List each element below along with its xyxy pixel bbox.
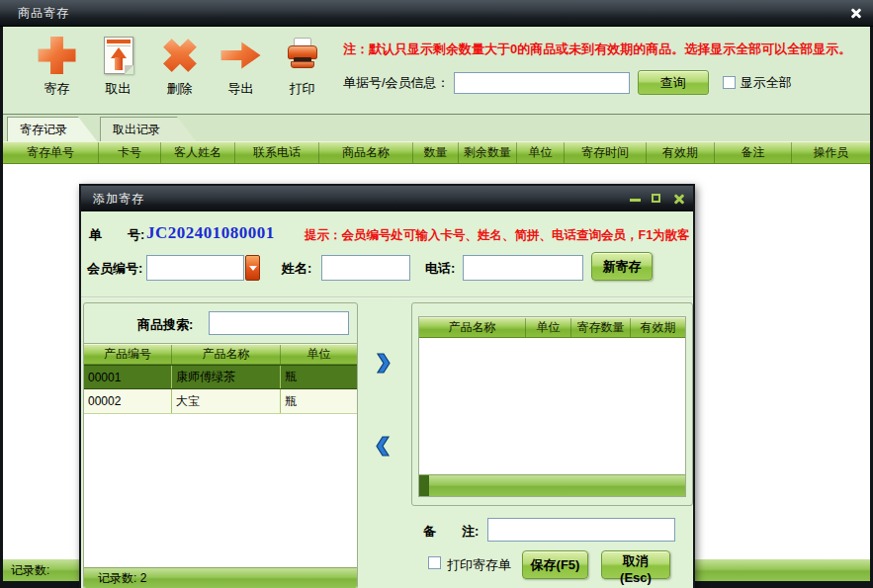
deposit-button[interactable]: 寄存 (29, 35, 85, 106)
member-no-label: 会员编号: (87, 260, 142, 278)
add-deposit-dialog: 添加寄存 单 号: JC202401080001 提示：会员编号处可输入卡号、姓… (79, 184, 695, 588)
col-product-name[interactable]: 产品名称 (172, 345, 281, 364)
export-arrow-icon (221, 40, 261, 71)
window-title: 商品寄存 (18, 5, 69, 22)
col-product-name[interactable]: 产品名称 (419, 318, 526, 337)
show-all-checkbox[interactable] (723, 76, 736, 89)
col-deposit-no[interactable]: 寄存单号 (3, 142, 99, 163)
dialog-body: 单 号: JC202401080001 提示：会员编号处可输入卡号、姓名、简拼、… (81, 211, 693, 588)
toolbar-button-label: 取出 (106, 80, 131, 98)
print-deposit-label: 打印寄存单 (447, 556, 511, 574)
print-deposit-checkbox[interactable] (428, 556, 441, 569)
product-list-panel: 商品搜索: 产品编号 产品名称 单位 00001 康师傅绿茶 瓶 (83, 302, 358, 588)
name-label: 姓名: (282, 260, 311, 278)
member-dropdown-button[interactable] (245, 255, 260, 281)
selected-products-table: 产品名称 单位 寄存数量 有效期 (418, 316, 686, 497)
display-note: 注：默认只显示剩余数量大于0的商品或未到有效期的商品。选择显示全部可以全部显示。 (343, 41, 851, 58)
dialog-title: 添加寄存 (93, 191, 144, 208)
move-left-button[interactable] (375, 435, 392, 461)
query-button[interactable]: 查询 (638, 70, 709, 95)
delete-x-icon (154, 31, 205, 81)
divider (81, 296, 693, 298)
col-unit[interactable]: 单位 (281, 345, 357, 364)
col-deposit-qty[interactable]: 寄存数量 (571, 318, 631, 337)
product-search-input[interactable] (209, 311, 349, 335)
toolbar: 寄存 取出 删除 导出 (3, 27, 870, 114)
close-icon[interactable] (848, 6, 863, 21)
chevron-right-icon (375, 352, 392, 375)
search-input[interactable] (454, 72, 630, 94)
phone-input[interactable] (463, 255, 583, 281)
order-no-value: JC202401080001 (146, 223, 275, 243)
col-deposit-time[interactable]: 寄存时间 (565, 142, 647, 163)
col-remark[interactable]: 备注 (715, 142, 792, 163)
deposit-plus-icon (39, 37, 76, 74)
col-unit[interactable]: 单位 (517, 142, 565, 163)
chevron-down-icon (249, 266, 257, 271)
toolbar-button-label: 删除 (167, 80, 193, 98)
takeout-doc-icon (104, 37, 133, 74)
col-product-code[interactable]: 产品编号 (84, 345, 172, 364)
delete-button[interactable]: 删除 (151, 35, 208, 106)
product-table: 产品编号 产品名称 单位 00001 康师傅绿茶 瓶 00002 大宝 瓶 (84, 343, 357, 588)
col-expiry[interactable]: 有效期 (631, 318, 685, 337)
selected-products-panel: 产品名称 单位 寄存数量 有效期 (411, 302, 693, 506)
tab-label: 寄存记录 (20, 122, 67, 138)
tabstrip: 寄存记录 取出记录 (3, 114, 870, 141)
show-all-label: 显示全部 (741, 74, 792, 92)
print-icon (283, 37, 322, 74)
col-unit[interactable]: 单位 (526, 318, 571, 337)
save-button[interactable]: 保存(F5) (522, 550, 588, 579)
member-tip: 提示：会员编号处可输入卡号、姓名、简拼、电话查询会员，F1为散客 (305, 227, 690, 244)
toolbar-button-label: 打印 (290, 80, 315, 98)
tab-label: 取出记录 (113, 122, 160, 138)
chevron-left-icon (375, 435, 392, 458)
dialog-close-icon[interactable] (672, 193, 685, 206)
cancel-button[interactable]: 取消(Esc) (601, 550, 670, 579)
main-table-header: 寄存单号 卡号 客人姓名 联系电话 商品名称 数量 剩余数量 单位 寄存时间 有… (3, 141, 870, 164)
takeout-button[interactable]: 取出 (90, 35, 146, 106)
record-count-label: 记录数: (11, 562, 49, 579)
col-product-name[interactable]: 商品名称 (319, 142, 413, 163)
col-remaining-qty[interactable]: 剩余数量 (459, 142, 517, 163)
order-no-label: 单 号: (89, 226, 144, 244)
toolbar-button-label: 导出 (228, 80, 254, 98)
col-guest-name[interactable]: 客人姓名 (161, 142, 235, 163)
product-table-empty-area (84, 414, 357, 567)
search-row: 单据号/会员信息： 查询 显示全部 (343, 70, 792, 95)
toolbar-button-label: 寄存 (44, 80, 70, 98)
tab-takeout-records[interactable]: 取出记录 (100, 117, 197, 142)
remark-label: 备 注: (423, 523, 479, 541)
minimize-icon[interactable] (629, 193, 642, 206)
dialog-titlebar: 添加寄存 (81, 186, 693, 211)
tab-deposit-records[interactable]: 寄存记录 (7, 117, 98, 142)
export-button[interactable]: 导出 (213, 35, 269, 106)
product-table-footer: 记录数: 2 (84, 567, 357, 588)
phone-label: 电话: (425, 260, 455, 278)
col-phone[interactable]: 联系电话 (235, 142, 319, 163)
new-deposit-button[interactable]: 新寄存 (591, 252, 653, 281)
app-window: 商品寄存 寄存 取出 删除 (0, 0, 873, 588)
print-button[interactable]: 打印 (274, 35, 330, 106)
product-record-count: 记录数: 2 (98, 570, 146, 587)
member-no-input[interactable] (146, 255, 244, 281)
name-input[interactable] (321, 255, 410, 281)
product-row[interactable]: 00002 大宝 瓶 (84, 389, 357, 414)
main-titlebar: 商品寄存 (0, 0, 873, 27)
col-card-no[interactable]: 卡号 (99, 142, 161, 163)
col-operator[interactable]: 操作员 (792, 142, 870, 163)
search-label: 单据号/会员信息： (343, 74, 450, 92)
maximize-icon[interactable] (651, 193, 663, 206)
col-expiry[interactable]: 有效期 (647, 142, 715, 163)
col-qty[interactable]: 数量 (413, 142, 459, 163)
product-search-label: 商品搜索: (137, 316, 193, 334)
selected-table-empty-area (419, 338, 685, 474)
product-row[interactable]: 00001 康师傅绿茶 瓶 (84, 365, 357, 389)
move-right-button[interactable] (375, 352, 392, 378)
remark-input[interactable] (487, 518, 675, 542)
selected-table-footer (419, 474, 685, 496)
